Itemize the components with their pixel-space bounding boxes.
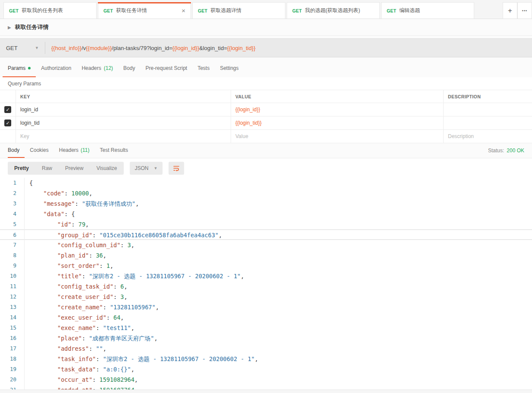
line-number: 12 [0,292,21,302]
line-number: 20 [0,374,21,385]
response-body-editor[interactable]: 1{2 "code": 10000,3 "message": "获取任务详情成功… [0,178,532,390]
line-number: 18 [0,354,21,364]
tab-headers[interactable]: Headers(12) [76,60,118,77]
param-description-input[interactable]: Description [443,130,532,143]
token: "create_name" [57,304,103,311]
response-tab-headers[interactable]: Headers(11) [54,143,95,158]
line-number: 14 [0,312,21,323]
checkbox-checked[interactable]: ✓ [4,106,11,113]
token: : [75,200,82,207]
close-tab-icon[interactable]: × [182,7,185,14]
param-key-input[interactable]: Key [16,130,231,143]
token [29,283,57,290]
token: "015ce30b116ce86058fa6ab4fea4ac63" [100,232,219,239]
view-mode-raw[interactable]: Raw [35,165,59,171]
param-value: {{login_id}} [235,107,260,113]
url-segment: {{login_id}} [172,45,199,51]
view-mode-pretty[interactable]: Pretty [8,165,35,171]
response-tabs: BodyCookiesHeaders(11)Test Results [8,143,133,158]
token: "成都市青羊区天府广场" [89,335,154,342]
code-content: "id": 79, [21,219,89,230]
code-content: "code": 10000, [21,188,92,198]
token [29,262,57,269]
token: : [92,376,99,383]
response-tab-cookies[interactable]: Cookies [25,143,53,158]
token: "sort_order" [57,262,100,269]
param-value-input[interactable]: Value [231,130,443,143]
token: , [89,190,92,197]
tab-params[interactable]: Params [3,60,36,77]
tab-tests[interactable]: Tests [192,60,215,77]
param-checkbox-cell: ✓ [0,116,16,129]
param-key-cell[interactable]: login_tid [16,116,231,129]
token: : [96,324,103,331]
tab-label: Test Results [100,147,128,153]
url-input[interactable]: {{host_info}}/v{{module}}/plan-tasks/79?… [45,45,262,51]
line-number: 4 [0,209,21,219]
tab-label: Tests [197,65,210,71]
request-tab[interactable]: GET我的选题(获取选题列表) [287,2,380,19]
code-line: 19 "task_data": "a:0:{}", [0,364,532,374]
line-number: 2 [0,188,21,198]
token: "address" [57,345,89,352]
token: : [96,366,103,373]
tab-options-button[interactable]: ••• [517,2,532,19]
token: "exec_name" [57,324,96,331]
token: 10000 [72,190,89,197]
method-badge: GET [387,8,396,13]
param-key-cell[interactable]: login_id [16,103,231,116]
param-value-cell[interactable]: {{login_tid}} [231,116,443,129]
code-content: "create_name": "13281105967", [21,302,159,312]
param-description-cell[interactable] [443,103,532,116]
response-tab-body[interactable]: Body [8,143,25,158]
chevron-right-icon[interactable]: ▶ [8,25,11,30]
token: , [255,355,258,362]
tab-label: Settings [220,65,238,71]
line-number: 8 [0,250,21,261]
request-tab[interactable]: GET获取我的任务列表 [3,2,97,19]
code-line: 4 "data": { [0,209,532,219]
code-line: 1{ [0,178,532,188]
token [29,232,57,239]
request-tab[interactable]: GET获取任务详情× [98,2,191,19]
request-tab[interactable]: GET获取选题详情 [192,2,285,19]
token: "message" [44,200,75,207]
status-label: Status: [488,148,504,154]
param-value-cell[interactable]: {{login_id}} [231,103,443,116]
token [29,273,57,280]
tab-pre-request-script[interactable]: Pre-request Script [140,60,192,77]
tab-authorization[interactable]: Authorization [36,60,76,77]
wrap-lines-button[interactable] [169,162,184,175]
token: : [96,355,103,362]
format-label: JSON [135,165,149,171]
token: "config_task_id" [57,283,113,290]
new-tab-button[interactable]: + [503,2,517,19]
token: , [241,273,244,280]
token: "test11" [103,324,131,331]
tab-settings[interactable]: Settings [215,60,244,77]
code-line: 21 "ended_at": 1591687764, [0,385,532,390]
code-content: "title": "深圳市2 - 选题 - 13281105967 - 2020… [21,271,244,281]
tab-body[interactable]: Body [118,60,140,77]
response-tab-test-results[interactable]: Test Results [95,143,133,158]
code-content: "occur_at": 1591082964, [21,374,138,385]
token: 1591687764 [100,387,135,390]
view-mode-preview[interactable]: Preview [59,165,90,171]
param-description-cell[interactable] [443,116,532,129]
request-tab[interactable]: GET编辑选题 [381,2,474,19]
url-segment: {{host_info}} [51,45,81,51]
method-badge: GET [9,8,19,13]
horizontal-scrollbar[interactable] [0,390,532,393]
token: : [103,304,110,311]
method-select[interactable]: GET ▼ [0,45,45,51]
token: : [72,221,78,228]
token: : [100,262,106,269]
view-mode-visualize[interactable]: Visualize [90,165,124,171]
format-select[interactable]: JSON ▼ [130,162,163,175]
code-content: "task_info": "深圳市2 - 选题 - 13281105967 - … [21,354,258,364]
tab-actions: + ••• [500,0,532,19]
token [29,190,44,197]
method-label: GET [6,45,18,51]
token: { [29,179,33,186]
checkbox-checked[interactable]: ✓ [4,119,11,126]
